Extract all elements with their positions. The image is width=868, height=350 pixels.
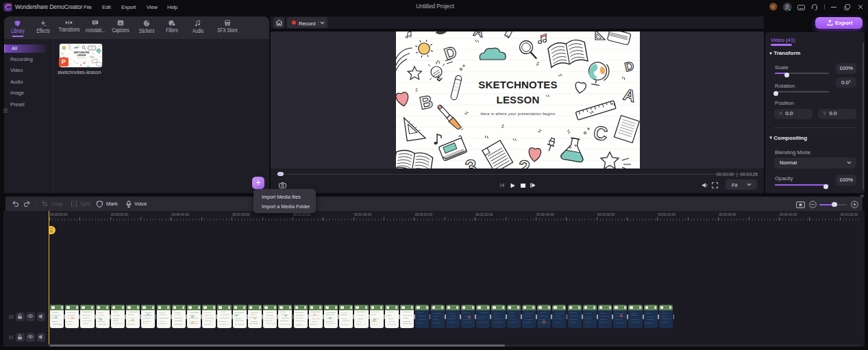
svg-text:2: 2 [517,155,531,168]
svg-text:Here is where your presentatio: Here is where your presentation begins [481,112,556,116]
svg-text:LESSON: LESSON [497,94,540,105]
svg-text:LESSON: LESSON [77,53,86,56]
svg-text:SKETCHNOTES: SKETCHNOTES [478,79,558,90]
